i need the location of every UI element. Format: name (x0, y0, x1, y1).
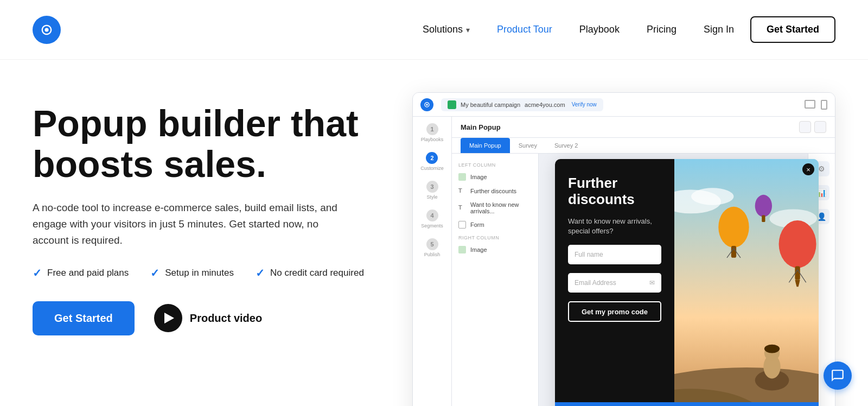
step-num-1: 1 (426, 123, 438, 135)
app-logo-icon (423, 101, 431, 109)
play-icon (154, 304, 182, 332)
hero-section: Popup builder that boosts sales. A no-co… (33, 92, 391, 406)
editor-tabs: Main Popup Survey Survey 2 (452, 138, 835, 154)
nav-item-product-tour[interactable]: Product Tour (497, 24, 552, 35)
svg-point-6 (779, 220, 816, 268)
navbar: Solutions Product Tour Playbook Pricing … (0, 0, 868, 60)
popup-right-column (674, 159, 819, 406)
campaign-domain: acme4you.com (525, 101, 565, 108)
nav-item-playbook[interactable]: Playbook (579, 24, 620, 35)
popup-subtitle: Want to know new arrivals, special offer… (568, 217, 661, 236)
editor-topbar: Main Popup (452, 117, 835, 138)
verify-link[interactable]: Verify now (572, 101, 597, 107)
app-preview: My beautiful campaign acme4you.com Verif… (412, 92, 835, 406)
panel-label-image: Image (470, 174, 487, 180)
step-label-3: Style (426, 194, 437, 200)
svg-point-4 (691, 188, 733, 205)
product-video-button[interactable]: Product video (154, 304, 262, 332)
panel-item-form[interactable]: Form (452, 218, 538, 232)
popup-close-button[interactable]: × (802, 163, 814, 175)
popup-left-column: Further discounts Want to know new arriv… (555, 159, 674, 406)
device-switcher (805, 100, 827, 110)
svg-rect-16 (762, 215, 765, 222)
check-icon-3: ✓ (256, 267, 265, 280)
editor-split: LEFT COLUMN Image T Further discounts T (452, 154, 835, 406)
desktop-icon[interactable] (805, 100, 815, 109)
campaign-icon (448, 100, 456, 109)
app-editor: Main Popup Main Popup Survey Survey 2 (452, 117, 835, 406)
hero-subtitle: A no-code tool to increase e-commerce sa… (33, 200, 347, 249)
step-num-4: 4 (426, 210, 438, 221)
tab-main-popup[interactable]: Main Popup (461, 138, 510, 153)
hero-get-started-button[interactable]: Get Started (33, 301, 135, 335)
campaign-name: My beautiful campaign (461, 101, 520, 108)
panel-section-left: LEFT COLUMN (452, 159, 538, 170)
app-sidebar: 1 Playbooks 2 Customize 3 Style 4 Segmen… (413, 117, 452, 406)
step-num-3: 3 (426, 181, 438, 193)
nav-links: Solutions Product Tour Playbook Pricing (423, 24, 676, 35)
logo[interactable] (33, 16, 61, 44)
panel-label-image-2: Image (470, 246, 487, 253)
edit-icon-btn-1[interactable] (799, 121, 811, 133)
image-icon-2 (458, 246, 466, 253)
step-label-4: Segments (421, 223, 443, 229)
product-tour-link[interactable]: Product Tour (497, 24, 552, 35)
popup-next-button[interactable]: Next to Survey (555, 402, 819, 406)
app-logo-small (420, 98, 433, 111)
hero-title: Popup builder that boosts sales. (33, 103, 391, 185)
app-topbar: My beautiful campaign acme4you.com Verif… (413, 93, 835, 117)
check-item-setup: ✓ Setup in minutes (150, 267, 234, 280)
panel-label-form: Form (470, 221, 484, 228)
check-label-2: Setup in minutes (165, 268, 234, 278)
pricing-link[interactable]: Pricing (647, 24, 676, 35)
campaign-bar: My beautiful campaign acme4you.com Verif… (441, 98, 603, 111)
panel-item-image-2[interactable]: Image (452, 243, 538, 257)
sidebar-step-1[interactable]: 1 Playbooks (421, 123, 444, 142)
form-icon (458, 221, 466, 229)
svg-point-1 (426, 104, 428, 106)
check-label-1: Free and paid plans (47, 268, 129, 278)
app-body: 1 Playbooks 2 Customize 3 Style 4 Segmen… (413, 117, 835, 406)
panel-item-image-1[interactable]: Image (452, 170, 538, 184)
nav-item-solutions[interactable]: Solutions (423, 24, 470, 35)
playbook-link[interactable]: Playbook (579, 24, 620, 35)
panel-item-further-discounts[interactable]: T Further discounts (452, 184, 538, 198)
tab-survey-2[interactable]: Survey 2 (546, 138, 586, 153)
balloon-svg (674, 159, 819, 406)
edit-icon-btn-2[interactable] (814, 121, 826, 133)
hero-actions: Get Started Product video (33, 301, 391, 335)
panel-section-right: RIGHT COLUMN (452, 232, 538, 243)
check-item-no-card: ✓ No credit card required (256, 267, 364, 280)
sidebar-step-5[interactable]: 5 Publish (424, 238, 441, 257)
hero-checklist: ✓ Free and paid plans ✓ Setup in minutes… (33, 267, 391, 280)
step-label-5: Publish (424, 252, 441, 257)
popup-email-input[interactable]: Email Address ✉ (568, 273, 661, 293)
check-icon-2: ✓ (150, 267, 159, 280)
solutions-link[interactable]: Solutions (423, 24, 470, 35)
editor-actions (799, 121, 826, 133)
mobile-icon[interactable] (821, 100, 827, 110)
sidebar-step-2[interactable]: 2 Customize (420, 152, 444, 171)
nav-item-pricing[interactable]: Pricing (647, 24, 676, 35)
chat-bubble[interactable] (824, 361, 852, 390)
video-label: Product video (190, 312, 262, 325)
fullname-placeholder: Full name (575, 251, 603, 258)
nav-get-started-button[interactable]: Get Started (750, 16, 835, 43)
editor-title: Main Popup (461, 123, 501, 131)
panel-item-new-arrivals[interactable]: T Want to know new arrivals... (452, 198, 538, 218)
balloon-scene (674, 159, 819, 406)
image-icon-1 (458, 173, 466, 181)
signin-link[interactable]: Sign In (704, 24, 734, 35)
popup-cta-button[interactable]: Get my promo code (568, 301, 661, 322)
panel-label-arrivals: Want to know new arrivals... (470, 201, 532, 214)
svg-rect-7 (795, 267, 800, 280)
step-label-1: Playbooks (421, 137, 444, 142)
svg-point-15 (755, 195, 772, 217)
email-icon: ✉ (649, 279, 655, 287)
popup-fullname-input[interactable]: Full name (568, 245, 661, 264)
svg-point-11 (718, 207, 749, 248)
tab-survey[interactable]: Survey (510, 138, 546, 153)
check-label-3: No credit card required (270, 268, 364, 278)
sidebar-step-4[interactable]: 4 Segments (421, 210, 443, 229)
sidebar-step-3[interactable]: 3 Style (426, 181, 438, 200)
